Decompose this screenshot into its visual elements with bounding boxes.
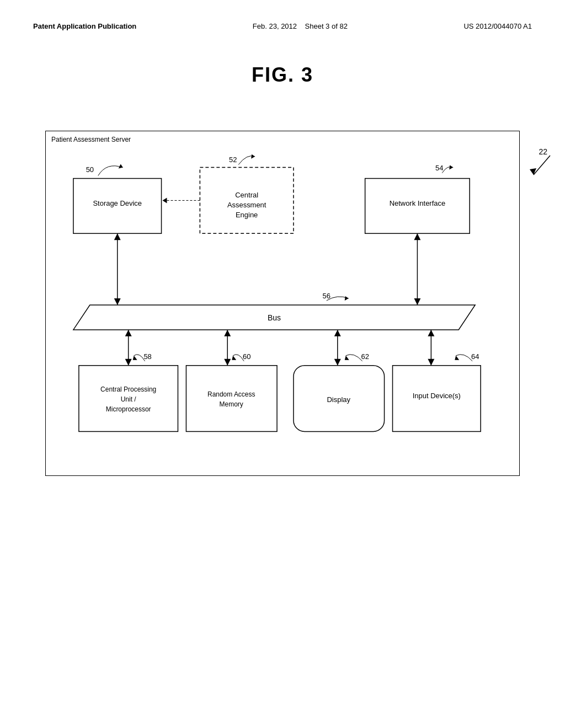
svg-marker-45 xyxy=(133,356,137,360)
svg-marker-29 xyxy=(125,330,132,336)
svg-marker-17 xyxy=(114,233,121,240)
svg-marker-20 xyxy=(163,197,167,203)
page-header: Patent Application Publication Feb. 23, … xyxy=(33,22,532,30)
svg-text:50: 50 xyxy=(86,165,94,174)
svg-marker-36 xyxy=(334,359,341,366)
svg-marker-35 xyxy=(334,330,341,336)
svg-text:Assessment: Assessment xyxy=(227,201,266,209)
svg-marker-18 xyxy=(114,298,121,305)
svg-rect-46 xyxy=(186,366,277,432)
svg-text:Display: Display xyxy=(327,395,351,404)
diagram-svg: Storage Device 50 Central Assessment Eng… xyxy=(57,142,508,462)
svg-marker-30 xyxy=(125,359,132,366)
header-date: Feb. 23, 2012 xyxy=(253,22,297,30)
svg-marker-32 xyxy=(224,330,231,336)
svg-marker-1 xyxy=(530,168,536,175)
svg-text:52: 52 xyxy=(229,156,237,164)
page: Patent Application Publication Feb. 23, … xyxy=(0,0,565,728)
svg-text:Input Device(s): Input Device(s) xyxy=(413,392,461,400)
svg-marker-11 xyxy=(251,154,255,159)
figure-title: FIG. 3 xyxy=(33,63,532,87)
svg-marker-15 xyxy=(449,165,453,170)
svg-text:54: 54 xyxy=(435,164,443,172)
svg-marker-22 xyxy=(414,233,420,240)
svg-marker-50 xyxy=(232,356,236,360)
header-sheet: Sheet 3 of 82 xyxy=(305,22,348,30)
svg-text:Engine: Engine xyxy=(236,211,258,219)
svg-text:Microprocessor: Microprocessor xyxy=(106,405,151,413)
server-label: Patient Assessment Server xyxy=(51,136,131,143)
svg-text:Central Processing: Central Processing xyxy=(100,386,156,393)
server-box: Patient Assessment Server Storage Device… xyxy=(45,131,520,476)
svg-text:Storage Device: Storage Device xyxy=(93,199,142,207)
svg-text:58: 58 xyxy=(143,352,151,361)
svg-text:Bus: Bus xyxy=(268,313,281,322)
svg-marker-58 xyxy=(455,356,459,360)
svg-text:64: 64 xyxy=(471,352,479,361)
diagram-area: 22 Patient Assessment Server Storage Dev… xyxy=(45,131,520,476)
svg-marker-23 xyxy=(414,298,420,305)
ref-22-arrow xyxy=(525,153,558,180)
header-left: Patent Application Publication xyxy=(33,22,136,30)
svg-text:Central: Central xyxy=(235,191,258,199)
svg-text:62: 62 xyxy=(361,352,369,361)
svg-text:Memory: Memory xyxy=(220,400,243,408)
svg-marker-33 xyxy=(224,359,231,366)
svg-text:Unit /: Unit / xyxy=(121,395,137,403)
svg-marker-39 xyxy=(428,359,434,366)
header-center: Feb. 23, 2012 Sheet 3 of 82 xyxy=(253,22,348,30)
svg-text:Network Interface: Network Interface xyxy=(390,199,446,207)
svg-text:60: 60 xyxy=(243,352,250,361)
header-right: US 2012/0044070 A1 xyxy=(463,22,532,30)
svg-marker-38 xyxy=(428,330,434,336)
svg-text:Random Access: Random Access xyxy=(207,390,255,398)
svg-line-0 xyxy=(534,156,550,175)
svg-marker-54 xyxy=(345,356,349,360)
svg-marker-27 xyxy=(345,296,349,301)
